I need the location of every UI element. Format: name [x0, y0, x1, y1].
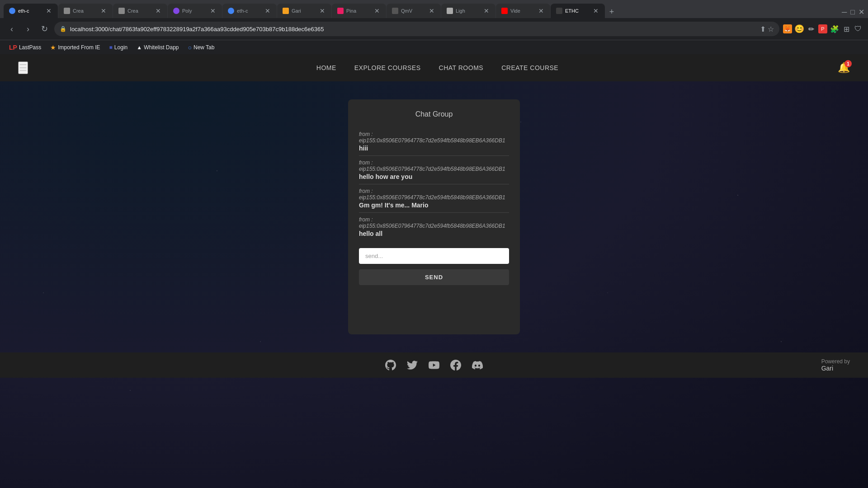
tab-title-5: eth-c [237, 8, 261, 14]
tab-title-9: Ligh [456, 8, 480, 14]
tab-crea-2[interactable]: Crea ✕ [113, 4, 167, 18]
tab-close-5[interactable]: ✕ [264, 7, 271, 14]
send-button[interactable]: SEND [359, 269, 509, 285]
ext-puzzle[interactable]: 🧩 [830, 24, 839, 33]
new-tab-button[interactable]: + [605, 5, 618, 18]
bookmark-login-label: Login [114, 44, 127, 51]
powered-by-brand: Gari [821, 365, 833, 372]
footer: Powered by Gari [0, 352, 868, 378]
message-item: from : eip155:0x8506E07964778c7d2e594fb5… [359, 184, 509, 213]
window-controls: ─ □ ✕ [842, 8, 864, 18]
ext-shield[interactable]: 🛡 [854, 24, 863, 33]
close-button[interactable]: ✕ [859, 8, 864, 16]
bookmark-newtab[interactable]: ○ New Tab [184, 42, 218, 52]
minimize-button[interactable]: ─ [842, 8, 847, 16]
chat-title: Chat Group [359, 110, 509, 118]
main-navigation: ☰ HOME EXPLORE COURSES CHAT ROOMS CREATE… [0, 54, 868, 81]
tab-poly[interactable]: Poly ✕ [168, 4, 222, 18]
tab-ethc[interactable]: ETHC ✕ [551, 4, 605, 18]
tab-title-10: Vide [510, 8, 535, 14]
tab-title-11: ETHC [565, 8, 590, 14]
message-from-3: from : eip155:0x8506E07964778c7d2e594fb5… [359, 188, 509, 201]
tab-close-1[interactable]: ✕ [45, 7, 52, 14]
browser-chrome: eth-c ✕ Crea ✕ Crea ✕ Poly ✕ eth-c ✕ Gar… [0, 0, 868, 54]
message-text-4: hello all [359, 230, 509, 237]
tab-close-6[interactable]: ✕ [319, 7, 326, 14]
tab-gari[interactable]: Gari ✕ [277, 4, 331, 18]
message-item: from : eip155:0x8506E07964778c7d2e594fb5… [359, 127, 509, 156]
message-text-2: hello how are you [359, 173, 509, 180]
share-icon[interactable]: ⬆ [760, 25, 766, 33]
nav-home[interactable]: HOME [316, 64, 336, 71]
message-from-1: from : eip155:0x8506E07964778c7d2e594fb5… [359, 131, 509, 144]
maximize-button[interactable]: □ [850, 8, 855, 16]
tab-title-7: Pina [346, 8, 371, 14]
browser-extensions: 🦊 😊 ✏ P 🧩 ⊞ 🛡 [783, 24, 863, 33]
tab-close-9[interactable]: ✕ [483, 7, 490, 14]
tab-close-4[interactable]: ✕ [209, 7, 217, 14]
bookmarks-bar: LP LastPass ★ Imported From IE ■ Login ▲… [0, 40, 868, 54]
nav-create-course[interactable]: CREATE COURSE [501, 64, 558, 71]
message-text-3: Gm gm! It's me... Mario [359, 202, 509, 209]
tab-close-2[interactable]: ✕ [100, 7, 107, 14]
message-list: from : eip155:0x8506E07964778c7d2e594fb5… [359, 127, 509, 241]
bookmark-icon[interactable]: ☆ [768, 25, 774, 33]
message-item: from : eip155:0x8506E07964778c7d2e594fb5… [359, 213, 509, 241]
bookmark-imported-ie[interactable]: ★ Imported From IE [47, 42, 104, 52]
tab-close-8[interactable]: ✕ [428, 7, 435, 14]
ext-grid[interactable]: ⊞ [842, 24, 851, 33]
facebook-icon[interactable] [450, 360, 461, 371]
tab-title-3: Crea [127, 8, 152, 14]
nav-chat-rooms[interactable]: CHAT ROOMS [439, 64, 484, 71]
back-button[interactable]: ‹ [5, 23, 18, 35]
tab-close-7[interactable]: ✕ [373, 7, 381, 14]
bookmark-lastpass[interactable]: LP LastPass [5, 42, 45, 52]
main-content: Chat Group from : eip155:0x8506E07964778… [0, 81, 868, 352]
message-item: from : eip155:0x8506E07964778c7d2e594fb5… [359, 156, 509, 184]
nav-links: HOME EXPLORE COURSES CHAT ROOMS CREATE C… [37, 64, 838, 71]
bookmark-login[interactable]: ■ Login [106, 43, 132, 52]
ext-red[interactable]: P [818, 24, 827, 33]
secure-icon: 🔒 [60, 26, 66, 32]
nav-explore-courses[interactable]: EXPLORE COURSES [354, 64, 421, 71]
tab-vide[interactable]: Vide ✕ [496, 4, 550, 18]
hamburger-button[interactable]: ☰ [18, 61, 28, 74]
url-actions: ⬆ ☆ [760, 25, 774, 33]
bookmark-lastpass-label: LastPass [19, 44, 41, 51]
send-input[interactable] [359, 248, 509, 264]
message-text-1: hiii [359, 145, 509, 152]
ext-smiley[interactable]: 😊 [795, 24, 804, 33]
bookmark-imported-ie-label: Imported From IE [58, 44, 100, 51]
discord-icon[interactable] [472, 360, 483, 371]
message-from-4: from : eip155:0x8506E07964778c7d2e594fb5… [359, 216, 509, 229]
tab-pina[interactable]: Pina ✕ [332, 4, 386, 18]
tab-crea-1[interactable]: Crea ✕ [58, 4, 113, 18]
metamask-extension[interactable]: 🦊 [783, 24, 792, 33]
tab-title-2: Crea [73, 8, 97, 14]
powered-by: Powered by Gari [821, 358, 850, 372]
forward-button[interactable]: › [22, 23, 34, 35]
tab-title-1: eth-c [18, 8, 42, 14]
bookmark-newtab-label: New Tab [193, 44, 214, 51]
chat-container: Chat Group from : eip155:0x8506E07964778… [348, 99, 520, 334]
tab-close-10[interactable]: ✕ [538, 7, 545, 14]
tab-close-11[interactable]: ✕ [592, 7, 599, 14]
url-bar[interactable]: 🔒 localhost:3000/chat/7863fa902eff978322… [54, 22, 779, 36]
youtube-icon[interactable] [429, 360, 439, 371]
tab-ligh[interactable]: Ligh ✕ [441, 4, 495, 18]
tab-title-4: Poly [182, 8, 207, 14]
tab-eth-c-2[interactable]: eth-c ✕ [222, 4, 277, 18]
ext-pen[interactable]: ✏ [807, 24, 816, 33]
bookmark-whitelist[interactable]: ▲ Whitelist Dapp [133, 43, 182, 52]
github-icon[interactable] [385, 360, 396, 371]
tab-qmv[interactable]: QmV ✕ [387, 4, 441, 18]
tab-title-6: Gari [292, 8, 316, 14]
tab-close-3[interactable]: ✕ [155, 7, 162, 14]
reload-button[interactable]: ↻ [38, 23, 51, 35]
message-from-2: from : eip155:0x8506E07964778c7d2e594fb5… [359, 160, 509, 172]
page-content: ☰ HOME EXPLORE COURSES CHAT ROOMS CREATE… [0, 0, 868, 488]
tab-eth-c-1[interactable]: eth-c ✕ [4, 4, 58, 18]
notification-bell[interactable]: 🔔 1 [838, 62, 850, 74]
twitter-icon[interactable] [407, 360, 418, 371]
tab-bar: eth-c ✕ Crea ✕ Crea ✕ Poly ✕ eth-c ✕ Gar… [0, 0, 868, 18]
